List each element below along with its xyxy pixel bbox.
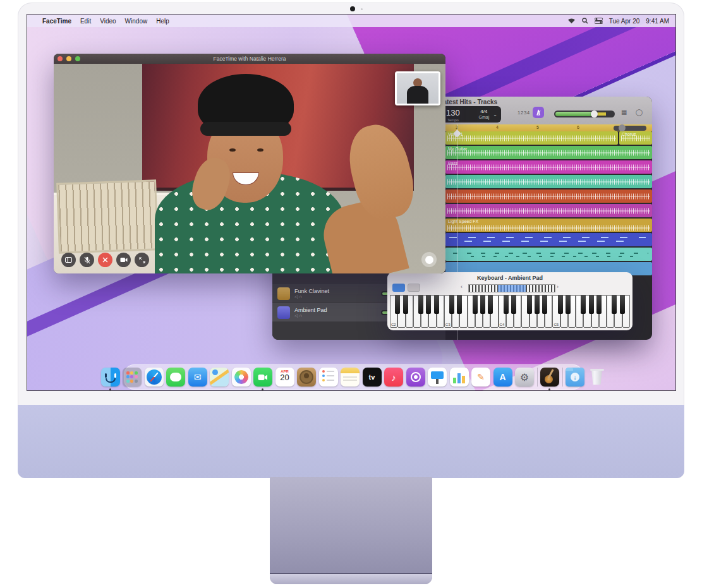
dock-maps-icon[interactable] <box>210 368 229 387</box>
black-key[interactable] <box>527 295 532 314</box>
mute-icon[interactable]: ◁ <box>294 294 298 299</box>
menu-video[interactable]: Video <box>100 18 116 25</box>
black-key[interactable] <box>612 295 617 314</box>
black-key[interactable] <box>457 295 462 314</box>
dock-trash-icon[interactable] <box>588 368 607 387</box>
dock-messages-icon[interactable] <box>166 368 185 387</box>
menu-window[interactable]: Window <box>125 18 148 25</box>
facetime-titlebar[interactable]: FaceTime with Natalie Herrera <box>54 54 445 64</box>
mute-icon[interactable]: ◁ <box>294 313 298 318</box>
count-in-button[interactable]: 1234 <box>517 110 530 116</box>
black-key[interactable] <box>449 295 454 314</box>
imac-chin <box>18 405 684 478</box>
black-key[interactable] <box>566 295 571 314</box>
black-key[interactable] <box>542 295 547 314</box>
search-icon[interactable] <box>582 18 588 24</box>
dock-calendar-icon[interactable]: APR 20 <box>275 368 294 387</box>
black-key[interactable] <box>558 295 563 314</box>
quick-help-icon[interactable]: ◯ <box>636 109 643 116</box>
keyboard-window: Keyboard - Ambient Pad ‹ › C2C3C4C5 <box>387 272 632 330</box>
region-track9-midi[interactable] <box>445 248 652 261</box>
piano-keys[interactable]: C2C3C4C5 <box>390 295 630 328</box>
track-name: Funk Clavinet <box>294 288 329 294</box>
keyboard-window-title: Keyboard - Ambient Pad <box>387 275 632 281</box>
lcd-tempo-label: Tempo <box>446 118 460 122</box>
effects-button[interactable] <box>421 252 437 267</box>
dock-music-icon[interactable]: ♪ <box>384 368 403 387</box>
menu-help[interactable]: Help <box>156 18 169 25</box>
dock-photos-icon[interactable] <box>232 368 251 387</box>
region-track8-midi[interactable] <box>445 233 652 246</box>
octave-label: C5 <box>554 323 559 327</box>
dock-notes-icon[interactable] <box>341 368 360 387</box>
download-arrow-icon: ↓ <box>571 373 579 381</box>
octave-label: C2 <box>391 323 396 327</box>
dock-reminders-icon[interactable] <box>319 368 338 387</box>
dock-appstore-icon[interactable]: A <box>493 368 512 387</box>
black-key[interactable] <box>589 295 594 314</box>
menu-bar-time[interactable]: 9:41 AM <box>646 18 669 25</box>
solo-headphones-icon[interactable]: ∩ <box>299 294 302 299</box>
scale-mode-button[interactable] <box>408 284 420 292</box>
dock-pages-icon[interactable]: ✎ <box>471 368 490 387</box>
pip-self-view[interactable] <box>395 71 440 105</box>
region-light-speed-fx[interactable]: Light Speed FX <box>445 219 652 232</box>
wifi-icon[interactable] <box>567 18 576 24</box>
dock-launchpad-icon[interactable] <box>123 368 142 387</box>
region-track5[interactable] <box>445 189 652 203</box>
dock-numbers-icon[interactable] <box>450 368 469 387</box>
screen: FaceTime Edit Video Window Help Tue Apr … <box>27 14 676 391</box>
solo-headphones-icon[interactable]: ∩ <box>299 313 302 318</box>
sidebar-toggle-button[interactable] <box>61 253 76 267</box>
dock-garageband-icon[interactable] <box>540 368 559 387</box>
octave-range-strip[interactable] <box>468 284 555 292</box>
camera-toggle-button[interactable] <box>116 253 131 267</box>
dock-system-preferences-icon[interactable]: ⚙ <box>515 368 534 387</box>
zoom-slider[interactable] <box>614 126 646 131</box>
black-key[interactable] <box>403 295 408 314</box>
end-call-button[interactable] <box>98 253 112 267</box>
menu-bar-date[interactable]: Tue Apr 20 <box>609 18 640 25</box>
black-key[interactable] <box>596 295 602 314</box>
black-key[interactable] <box>504 295 509 314</box>
octave-left-arrow-icon[interactable]: ‹ <box>461 284 463 290</box>
menu-edit[interactable]: Edit <box>80 18 91 25</box>
black-key[interactable] <box>434 295 439 314</box>
region-my-guitar[interactable]: My Guitar <box>445 146 652 159</box>
octave-right-arrow-icon[interactable]: › <box>557 284 559 290</box>
black-key[interactable] <box>418 295 423 314</box>
dock-tv-icon[interactable]: tv <box>363 368 382 387</box>
metronome-button[interactable] <box>533 107 544 118</box>
keyboard-mode-button[interactable] <box>392 284 405 292</box>
dock-safari-icon[interactable] <box>145 368 164 387</box>
dock-contacts-icon[interactable] <box>297 368 316 387</box>
black-key[interactable] <box>620 295 625 314</box>
control-center-icon[interactable] <box>595 18 603 24</box>
region-verse1[interactable]: Verse 1 <box>445 131 618 145</box>
display-mode-icon[interactable]: ▦ <box>621 109 627 116</box>
fullscreen-button[interactable] <box>135 253 149 267</box>
black-key[interactable] <box>480 295 485 314</box>
black-key[interactable] <box>395 295 400 314</box>
black-key[interactable] <box>488 295 493 314</box>
dock-podcasts-icon[interactable] <box>406 368 425 387</box>
menu-facetime[interactable]: FaceTime <box>42 18 71 25</box>
dock-downloads-folder-icon[interactable]: ↓ <box>566 368 584 387</box>
dock-keynote-icon[interactable] <box>428 368 447 387</box>
region-chorus[interactable]: Chorus <box>619 131 652 145</box>
region-track6[interactable] <box>445 204 652 217</box>
chevron-down-icon[interactable]: ⌄ <box>493 112 497 117</box>
black-key[interactable] <box>426 295 431 314</box>
octave-highlight[interactable] <box>498 285 526 292</box>
black-key[interactable] <box>473 295 478 314</box>
dock-finder-icon[interactable] <box>101 368 120 387</box>
master-volume-slider[interactable] <box>554 111 615 117</box>
black-key[interactable] <box>511 295 516 314</box>
black-key[interactable] <box>535 295 540 314</box>
mute-mic-button[interactable] <box>80 253 94 267</box>
region-bass[interactable]: Bass <box>445 160 652 174</box>
black-key[interactable] <box>581 295 586 314</box>
region-track4[interactable] <box>445 175 652 188</box>
dock-mail-icon[interactable]: ✉ <box>188 368 207 387</box>
dock-facetime-icon[interactable] <box>253 368 272 387</box>
